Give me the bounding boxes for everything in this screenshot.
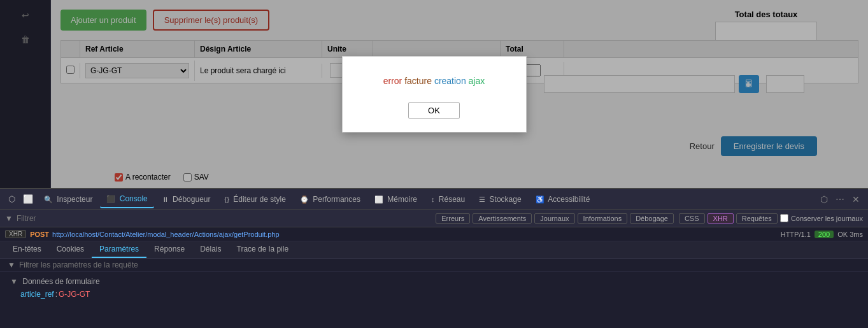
tab-accessibilite[interactable]: ♿ Accessibilité: [529, 191, 597, 208]
devtools-pick-icon[interactable]: ⬡: [5, 192, 18, 206]
collapse-triangle[interactable]: ▼: [10, 277, 18, 286]
tab-performances-label: Performances: [313, 195, 360, 204]
params-filter-icon: ▼: [8, 260, 15, 269]
devtools-toolbar: ⬡ ⬜ 🔍 Inspecteur ⬛ Console ⏸ Débogueur {…: [0, 189, 868, 210]
stockage-icon: ☰: [479, 196, 485, 204]
requetes-filter-button[interactable]: Requêtes: [736, 213, 778, 224]
filter-erreurs[interactable]: Erreurs: [436, 213, 470, 224]
http-version: HTTP/1.1: [781, 231, 811, 238]
filter-journaux[interactable]: Journaux: [534, 213, 574, 224]
inspecteur-icon: 🔍: [44, 196, 53, 204]
tab-debogueur[interactable]: ⏸ Débogueur: [155, 191, 217, 208]
dialog-ok-button[interactable]: OK: [408, 102, 460, 119]
tab-editeur-style[interactable]: {} Éditeur de style: [218, 191, 292, 208]
filter-debogage[interactable]: Débogage: [630, 213, 674, 224]
dialog-word-facture: facture: [404, 76, 432, 86]
param-key: article_ref: [20, 290, 54, 299]
http-method: POST: [30, 231, 49, 238]
editeur-icon: {}: [225, 196, 229, 203]
log-entry-row[interactable]: XHR POST http://localhost/Contact/Atelie…: [0, 227, 868, 241]
filter-informations[interactable]: Informations: [578, 213, 628, 224]
conserver-label[interactable]: Conserver les journaux: [780, 214, 863, 222]
debogueur-icon: ⏸: [162, 196, 169, 203]
timing: 3ms: [850, 231, 863, 238]
tab-inspecteur[interactable]: 🔍 Inspecteur: [38, 191, 99, 208]
conserver-checkbox[interactable]: [780, 214, 788, 222]
tab-stockage[interactable]: ☰ Stockage: [473, 191, 527, 208]
dialog-message: error facture creation ajax: [355, 76, 513, 86]
sub-tab-cookies[interactable]: Cookies: [49, 241, 92, 258]
devtools-right-controls: ⬡ ⋯ ✕: [817, 192, 863, 206]
form-param-row: article_ref : G-JG-GT: [10, 290, 858, 299]
tab-inspecteur-label: Inspecteur: [57, 195, 92, 204]
tab-accessibilite-label: Accessibilité: [548, 195, 590, 204]
dialog-overlay: error facture creation ajax OK: [0, 0, 868, 188]
filter-icon: ▼: [5, 214, 13, 223]
status-ok: OK: [837, 231, 848, 238]
tab-console-label: Console: [120, 194, 148, 203]
sub-tab-parametres[interactable]: Paramètres: [92, 241, 146, 258]
css-xhr-row: CSS XHR Requêtes: [679, 213, 778, 224]
params-filter-input[interactable]: [19, 260, 860, 269]
console-icon: ⬛: [106, 195, 115, 203]
tab-reseau[interactable]: ↕ Réseau: [425, 191, 471, 208]
filter-tags: Erreurs Avertissements Journaux Informat…: [436, 213, 674, 224]
tab-reseau-label: Réseau: [439, 195, 465, 204]
tab-memoire-label: Mémoire: [387, 195, 417, 204]
dialog-word-ajax: ajax: [469, 76, 485, 86]
sub-tab-delais[interactable]: Délais: [192, 241, 229, 258]
sub-tab-reponse[interactable]: Réponse: [146, 241, 192, 258]
request-url: http://localhost/Contact/Atelier/modal_h…: [52, 231, 280, 238]
filter-input[interactable]: [17, 214, 436, 223]
filter-avertissements[interactable]: Avertissements: [473, 213, 532, 224]
tab-editeur-label: Éditeur de style: [233, 195, 286, 204]
conserver-text: Conserver les journaux: [791, 215, 863, 222]
param-value: G-JG-GT: [59, 290, 90, 299]
more-tools-button[interactable]: ⋯: [832, 192, 848, 206]
tab-debogueur-label: Débogueur: [173, 195, 210, 204]
devtools-panel: ⬡ ⬜ 🔍 Inspecteur ⬛ Console ⏸ Débogueur {…: [0, 188, 868, 328]
close-devtools-button[interactable]: ✕: [849, 192, 863, 206]
dialog-word-error: error: [383, 76, 402, 86]
perf-icon: ⌚: [300, 196, 309, 204]
sub-tab-trace[interactable]: Trace de la pile: [229, 241, 297, 258]
css-filter-button[interactable]: CSS: [679, 213, 705, 224]
params-filter-row: ▼: [0, 259, 868, 272]
xhr-badge: XHR: [5, 230, 26, 238]
sub-tabs-row: En-têtes Cookies Paramètres Réponse Déla…: [0, 241, 868, 259]
accessibilite-icon: ♿: [536, 196, 544, 204]
status-code: 200: [815, 231, 834, 238]
memoire-icon: ⬜: [374, 196, 383, 204]
status-info: HTTP/1.1 200 OK 3ms: [781, 231, 863, 238]
reseau-icon: ↕: [431, 196, 435, 203]
sub-tab-en-tetes[interactable]: En-têtes: [5, 241, 49, 258]
devtools-console-icon[interactable]: ⬜: [20, 192, 36, 206]
dialog-word-creation: creation: [434, 76, 466, 86]
params-content: ▼ Données de formulaire article_ref : G-…: [0, 272, 868, 328]
tab-console[interactable]: ⬛ Console: [100, 190, 153, 208]
tab-stockage-label: Stockage: [490, 195, 522, 204]
param-sep: :: [55, 290, 57, 299]
xhr-filter-button[interactable]: XHR: [708, 213, 734, 224]
tab-performances[interactable]: ⌚ Performances: [294, 191, 367, 208]
form-data-text: Données de formulaire: [22, 277, 99, 286]
dialog-box: error facture creation ajax OK: [342, 56, 527, 132]
tab-memoire[interactable]: ⬜ Mémoire: [368, 191, 423, 208]
form-data-section-label: ▼ Données de formulaire: [10, 277, 858, 286]
responsive-mode-button[interactable]: ⬡: [817, 192, 831, 206]
filter-row: ▼ Erreurs Avertissements Journaux Inform…: [0, 210, 868, 227]
